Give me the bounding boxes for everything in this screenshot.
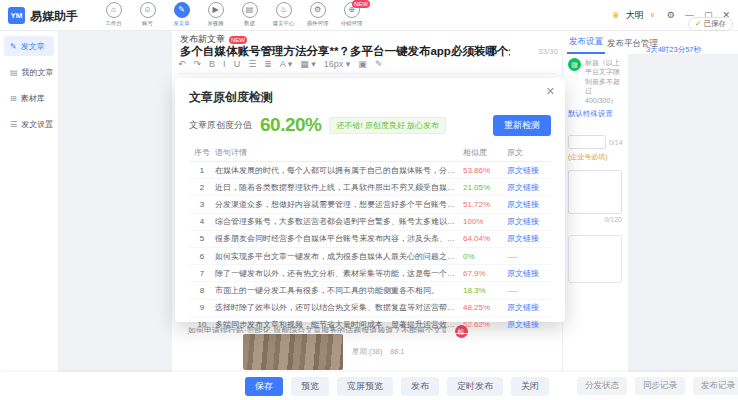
- origin-link[interactable]: 原文链接: [507, 319, 551, 330]
- username[interactable]: 大明: [626, 9, 644, 22]
- top-bar: YM 易媒助手 ⌂工作台☺账号✎发文章▶发视频▤数据♨爆文中心⚙插件管理⊕分销管…: [0, 0, 738, 31]
- row-sentence: 选择时除了效率以外，还可以结合热文采集、数据复盘等对运营帮助更大的功能来挑选。: [215, 302, 463, 313]
- origin-link[interactable]: 原文链接: [507, 182, 551, 193]
- origin-link[interactable]: 原文链接: [507, 165, 551, 176]
- nav-plugin-label: 插件管理: [305, 19, 329, 27]
- save-button[interactable]: 保存: [245, 377, 283, 396]
- check-icon: ✓: [695, 19, 701, 28]
- short-title-input[interactable]: [568, 135, 606, 149]
- row-sentence: 在媒体发展的时代，每个人都可以拥有属于自己的自媒体账号，分享自己的创作内容。: [215, 165, 463, 176]
- nav-workbench[interactable]: ⌂工作台: [100, 2, 127, 28]
- close-button[interactable]: 关闭: [511, 377, 549, 396]
- row-sentence: 近日，随着各类数据整理软件上线，工具软件层出不穷又颇受自媒体行业欢迎，对运营者帮…: [215, 182, 463, 193]
- row-number: 8: [189, 286, 215, 295]
- nav-hot-center[interactable]: ♨爆文中心: [270, 2, 297, 28]
- row-similarity: 21.05%: [463, 183, 507, 192]
- side-publish-article-label: 发文章: [21, 41, 45, 52]
- table-row: 10多端同步发布文章和视频，能节省大量时间成本，显著提升运营效率，值得每个团队尝…: [189, 317, 551, 334]
- font-color-icon[interactable]: A ▾: [280, 59, 293, 69]
- row-sentence: 综合管理多账号，大多数运营者都会遇到平台繁多、账号太多难以管理、反复登录切换的难…: [215, 216, 463, 227]
- origin-link-empty: ----: [507, 286, 551, 295]
- row-number: 4: [189, 217, 215, 226]
- score-value: 60.20%: [260, 114, 321, 136]
- side-my-articles-label: 我的文章: [22, 67, 54, 78]
- cover-upload-box[interactable]: [568, 235, 622, 283]
- side-material-label: 素材库: [21, 93, 45, 104]
- origin-link[interactable]: 原文链接: [507, 216, 551, 227]
- italic-icon[interactable]: I: [223, 59, 226, 69]
- preview-button[interactable]: 预览: [291, 377, 329, 396]
- table-row: 2近日，随着各类数据整理软件上线，工具软件层出不穷又颇受自媒体行业欢迎，对运营者…: [189, 179, 551, 196]
- side-publish-article[interactable]: ✎发文章: [4, 36, 54, 56]
- image-icon[interactable]: ▣: [358, 59, 367, 69]
- nav-publish-video-label: 发视频: [203, 19, 227, 27]
- header-detail: 语句详情: [215, 147, 463, 158]
- distribute-status-button[interactable]: 分发状态: [577, 377, 627, 395]
- redo-icon[interactable]: ↷: [194, 59, 202, 69]
- widescreen-preview-button[interactable]: 宽屏预览: [337, 377, 393, 396]
- nav-plugin[interactable]: ⚙插件管理: [304, 2, 331, 28]
- default-template-link[interactable]: 默认特殊设置: [568, 109, 624, 119]
- sync-record-button[interactable]: 同步记录: [635, 377, 685, 395]
- summary-counter: 0/120: [568, 216, 622, 223]
- row-similarity: 0%: [463, 252, 507, 261]
- font-size-select[interactable]: 16px ▾: [324, 59, 351, 69]
- align-icon[interactable]: ☰: [248, 59, 256, 69]
- nav-publish-video[interactable]: ▶发视频: [202, 2, 229, 28]
- promo-countdown: 3天4时23分57秒: [646, 45, 701, 55]
- row-number: 2: [189, 183, 215, 192]
- nav-distribution[interactable]: ⊕分销管理NEW: [338, 2, 365, 28]
- underline-icon[interactable]: U: [234, 59, 241, 69]
- short-title-counter: 0/14: [609, 139, 623, 146]
- recheck-button[interactable]: 重新检测: [493, 115, 551, 136]
- nav-data-icon: ▤: [242, 2, 258, 18]
- chevron-down-icon[interactable]: ∨: [650, 11, 655, 19]
- nav-data[interactable]: ▤数据: [236, 2, 263, 28]
- origin-link[interactable]: 原文链接: [507, 199, 551, 210]
- schedule-publish-button[interactable]: 定时发布: [447, 377, 503, 396]
- nav-accounts[interactable]: ☺账号: [134, 2, 161, 28]
- origin-link[interactable]: 原文链接: [507, 233, 551, 244]
- list-icon[interactable]: ≣: [264, 59, 272, 69]
- side-publish-settings-label: 发文设置: [21, 119, 53, 130]
- title-char-counter: 33/30: [538, 47, 558, 56]
- app-brand-name: 易媒助手: [30, 8, 78, 25]
- publish-button[interactable]: 发布: [401, 377, 439, 396]
- title-limit-note: 标题（以上平台文字限制最多不超过400/300）: [585, 58, 624, 105]
- modal-close-icon[interactable]: ✕: [546, 85, 555, 98]
- left-sidebar: ✎发文章▤我的文章⊞素材库☰发文设置: [0, 30, 59, 372]
- article-image[interactable]: [243, 334, 343, 370]
- image-caption: 星期:(38) 88:1: [352, 347, 405, 357]
- originality-check-modal: 文章原创度检测 ✕ 文章原创度分值 60.20% 还不错! 原创度良好 放心发布…: [175, 78, 565, 322]
- side-material[interactable]: ⊞素材库: [4, 88, 54, 108]
- bold-icon[interactable]: B: [209, 59, 215, 69]
- header-similarity: 相似度: [463, 147, 507, 158]
- publish-settings-panel: 微 标题（以上平台文字限制最多不超过400/300） 默认特殊设置 0/14 (…: [562, 30, 628, 372]
- new-badge: NEW: [352, 0, 370, 8]
- side-publish-settings[interactable]: ☰发文设置: [4, 114, 54, 134]
- origin-link[interactable]: 原文链接: [507, 268, 551, 279]
- article-title-input[interactable]: 多个自媒体账号管理方法分享**？多平台一键发布app必须装哪个最: [180, 44, 510, 59]
- settings-icon[interactable]: ⚙: [665, 10, 677, 20]
- score-label: 文章原创度分值: [189, 119, 252, 132]
- side-my-articles[interactable]: ▤我的文章: [4, 62, 54, 82]
- nav-publish-article-icon: ✎: [174, 2, 190, 18]
- table-row: 1在媒体发展的时代，每个人都可以拥有属于自己的自媒体账号，分享自己的创作内容。5…: [189, 162, 551, 179]
- header-origin: 原文: [507, 147, 551, 158]
- nav-publish-article-label: 发文章: [169, 19, 193, 27]
- summary-textarea[interactable]: [568, 170, 622, 214]
- tab-publish-settings[interactable]: 发布设置: [567, 34, 605, 54]
- row-number: 3: [189, 200, 215, 209]
- undo-icon[interactable]: ↶: [178, 59, 186, 69]
- row-similarity: 100%: [463, 217, 507, 226]
- publish-record-button[interactable]: 发布记录: [693, 377, 738, 395]
- top-nav: ⌂工作台☺账号✎发文章▶发视频▤数据♨爆文中心⚙插件管理⊕分销管理NEW: [100, 2, 365, 28]
- nav-accounts-label: 账号: [135, 19, 159, 27]
- nav-publish-article[interactable]: ✎发文章: [168, 2, 195, 28]
- origin-link[interactable]: 原文链接: [507, 302, 551, 313]
- nav-hot-center-icon: ♨: [276, 2, 292, 18]
- link-icon[interactable]: ✎: [375, 59, 383, 69]
- nav-plugin-icon: ⚙: [310, 2, 326, 18]
- highlight-icon[interactable]: ▦ ▾: [300, 59, 316, 69]
- saved-status-label: 已保存: [704, 19, 727, 28]
